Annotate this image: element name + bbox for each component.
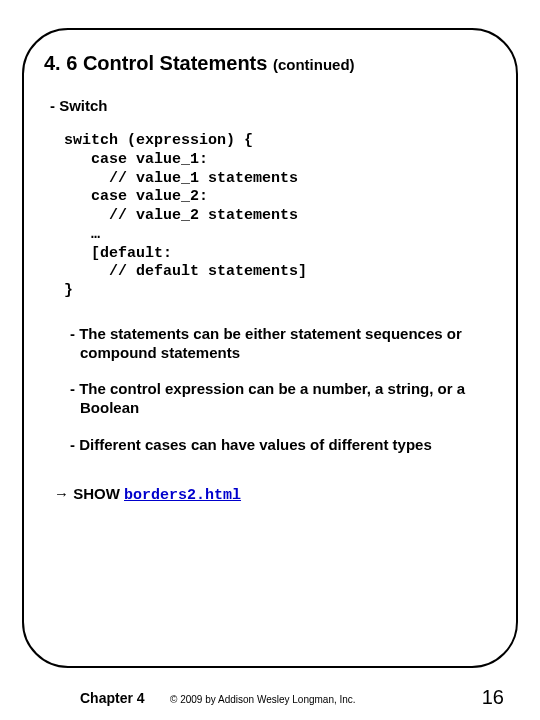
- bullet-1: - The statements can be either statement…: [70, 325, 496, 363]
- bullet-2: - The control expression can be a number…: [70, 380, 496, 418]
- slide-title: 4. 6 Control Statements: [44, 52, 273, 74]
- arrow-icon: →: [54, 485, 69, 502]
- show-line: → SHOW borders2.html: [54, 485, 496, 504]
- link-borders2[interactable]: borders2.html: [124, 487, 241, 504]
- footer-copyright: © 2009 by Addison Wesley Longman, Inc.: [170, 694, 356, 705]
- code-block-switch: switch (expression) { case value_1: // v…: [64, 132, 496, 301]
- title-row: 4. 6 Control Statements (continued): [44, 52, 496, 75]
- footer-page-number: 16: [482, 686, 504, 709]
- slide-title-continued: (continued): [273, 56, 355, 73]
- show-label: SHOW: [69, 485, 124, 502]
- bullet-list: - The statements can be either statement…: [70, 325, 496, 455]
- subheading-switch: - Switch: [50, 97, 496, 114]
- footer-chapter: Chapter 4: [80, 690, 145, 706]
- slide-frame: 4. 6 Control Statements (continued) - Sw…: [22, 28, 518, 668]
- bullet-3: - Different cases can have values of dif…: [70, 436, 496, 455]
